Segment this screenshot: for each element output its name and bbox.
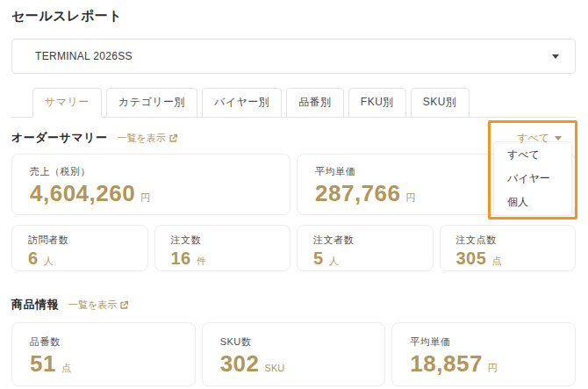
metric-value: 5 <box>313 249 324 269</box>
metric-label: 品番数 <box>30 335 177 349</box>
tab-by-sku[interactable]: SKU別 <box>411 88 470 118</box>
metric-label: 注文者数 <box>313 234 417 247</box>
metric-value: 302 <box>220 350 260 378</box>
metric-card-sku-count: SKU数 302 SKU <box>202 322 386 386</box>
report-tabs: サマリー カテゴリー別 バイヤー別 品番別 FKU別 SKU別 <box>11 88 576 118</box>
tab-by-buyer[interactable]: バイヤー別 <box>202 88 282 118</box>
filter-option-buyer[interactable]: バイヤー <box>494 167 571 191</box>
metric-card-visitors: 訪問者数 6 人 <box>11 225 148 271</box>
external-link-icon <box>169 133 178 143</box>
metric-label: 注文数 <box>171 234 275 247</box>
metric-card-orders: 注文数 16 件 <box>154 225 291 271</box>
order-summary-small-cards: 訪問者数 6 人 注文数 16 件 注文者数 5 人 注文点数 305 点 <box>11 225 576 271</box>
tab-by-product-number[interactable]: 品番別 <box>286 88 344 118</box>
tab-by-category[interactable]: カテゴリー別 <box>106 88 197 118</box>
metric-unit: 人 <box>44 255 54 268</box>
metric-unit: 人 <box>329 255 339 268</box>
metric-label: 平均単価 <box>410 335 557 349</box>
metric-card-average-unit-price: 平均単価 18,857 円 <box>391 322 576 386</box>
tab-by-fku[interactable]: FKU別 <box>348 88 406 118</box>
view-list-link-label: 一覧を表示 <box>68 299 117 312</box>
buyer-filter-dropdown-panel: すべて バイヤー 個人 <box>493 141 572 216</box>
metric-label: SKU数 <box>220 335 368 349</box>
buyer-filter-selected-value: すべて <box>517 131 549 146</box>
metric-label: 訪問者数 <box>28 234 132 247</box>
exhibition-select-value: TERMINAL 2026SS <box>35 50 552 62</box>
chevron-down-icon <box>552 54 559 59</box>
metric-value: 16 <box>171 249 191 269</box>
metric-card-orderers: 注文者数 5 人 <box>297 225 434 271</box>
order-summary-header: オーダーサマリー 一覧を表示 すべて <box>11 129 576 147</box>
exhibition-select[interactable]: TERMINAL 2026SS <box>11 39 576 74</box>
metric-card-sales: 売上（税別） 4,604,260 円 <box>11 154 290 215</box>
metric-unit: 円 <box>405 191 415 205</box>
metric-value: 6 <box>28 249 39 269</box>
metric-value: 287,766 <box>315 180 400 207</box>
metric-unit: 点 <box>61 362 71 375</box>
metric-unit: 点 <box>491 255 501 268</box>
external-link-icon <box>119 300 129 310</box>
product-info-view-list-link[interactable]: 一覧を表示 <box>68 299 129 312</box>
metric-value: 51 <box>30 350 56 378</box>
metric-unit: 件 <box>197 255 206 268</box>
buyer-filter-toggle[interactable]: すべて <box>517 131 562 146</box>
metric-label: 売上（税別） <box>30 165 272 178</box>
metric-label: 注文点数 <box>456 234 560 247</box>
metric-value: 18,857 <box>410 350 483 378</box>
chevron-down-icon <box>555 136 562 140</box>
metric-card-order-items: 注文点数 305 点 <box>440 225 577 271</box>
metric-unit: 円 <box>488 362 498 375</box>
order-summary-view-list-link[interactable]: 一覧を表示 <box>118 132 178 145</box>
filter-option-all[interactable]: すべて <box>494 143 571 167</box>
product-info-title: 商品情報 <box>11 297 59 313</box>
filter-option-individual[interactable]: 個人 <box>494 191 571 214</box>
metric-unit: SKU <box>265 363 285 373</box>
order-summary-large-cards: 売上（税別） 4,604,260 円 平均単価 287,766 円 <box>11 154 576 215</box>
product-info-header: 商品情報 一覧を表示 <box>11 296 576 313</box>
tab-summary[interactable]: サマリー <box>32 88 102 118</box>
product-info-cards: 品番数 51 点 SKU数 302 SKU 平均単価 18,857 円 <box>11 322 576 386</box>
view-list-link-label: 一覧を表示 <box>118 132 166 145</box>
page-title: セールスレポート <box>11 9 576 23</box>
metric-value: 4,604,260 <box>30 180 135 207</box>
metric-unit: 円 <box>140 191 150 205</box>
metric-value: 305 <box>456 249 487 269</box>
order-summary-title: オーダーサマリー <box>11 130 108 146</box>
metric-card-product-numbers: 品番数 51 点 <box>11 322 196 386</box>
